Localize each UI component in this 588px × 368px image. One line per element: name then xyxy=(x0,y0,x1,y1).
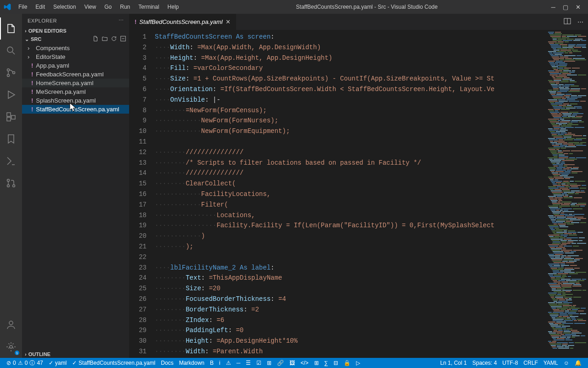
status-encoding[interactable]: UTF-8 xyxy=(500,360,521,366)
activity-git-pr-icon[interactable] xyxy=(0,172,22,194)
status-yaml[interactable]: ✓ yaml xyxy=(46,360,69,366)
svg-rect-6 xyxy=(11,115,15,119)
close-icon[interactable]: ✕ xyxy=(576,4,581,11)
tab-active[interactable]: ! StaffBedCountsScreen.pa.yaml ✕ xyxy=(129,14,237,30)
editor-area: ! StaffBedCountsScreen.pa.yaml ✕ ⋯ 12345… xyxy=(129,14,588,358)
status-db-icon[interactable]: ⊟ xyxy=(331,360,341,366)
status-code-icon[interactable]: </> xyxy=(298,360,311,366)
status-mode[interactable]: YAML xyxy=(541,360,561,366)
status-bar: ⊘0 ⚠0 ⓘ47 ✓ yaml ✓ StaffBedCountsScreen.… xyxy=(0,358,588,368)
maximize-icon[interactable]: ▢ xyxy=(563,4,568,11)
split-editor-icon[interactable] xyxy=(564,17,571,26)
status-markdown[interactable]: Markdown xyxy=(176,360,207,366)
section-outline[interactable]: ›OUTLINE xyxy=(22,351,129,358)
status-file[interactable]: ✓ StaffBedCountsScreen.pa.yaml xyxy=(69,360,158,366)
status-table-icon[interactable]: ⊞ xyxy=(311,360,322,366)
activity-debug-icon[interactable] xyxy=(0,84,22,106)
tree-file[interactable]: !MeScreen.pa.yaml xyxy=(22,87,129,96)
status-italic[interactable]: i xyxy=(216,360,223,366)
svg-point-0 xyxy=(7,47,13,52)
status-cursor[interactable]: Ln 1, Col 1 xyxy=(437,360,469,366)
status-bold[interactable]: B xyxy=(207,360,216,366)
menu-help[interactable]: Help xyxy=(164,2,183,12)
tree-folder[interactable]: ›EditorState xyxy=(22,52,129,61)
status-lock-icon[interactable]: 🔒 xyxy=(341,360,353,366)
tree-file[interactable]: !StaffBedCountsScreen.pa.yaml xyxy=(22,105,129,114)
status-check-icon[interactable]: ☑ xyxy=(254,360,264,366)
activity-bar: 1 xyxy=(0,14,22,358)
tree-folder[interactable]: ›Components xyxy=(22,44,129,52)
status-sep-icon[interactable]: ─ xyxy=(234,360,243,366)
svg-point-7 xyxy=(7,179,10,182)
status-eol[interactable]: CRLF xyxy=(521,360,541,366)
menu-go[interactable]: Go xyxy=(101,2,115,12)
minimize-icon[interactable]: ─ xyxy=(551,4,555,11)
status-problems[interactable]: ⊘0 ⚠0 ⓘ47 xyxy=(4,359,46,367)
new-folder-icon[interactable] xyxy=(102,35,108,43)
status-warning-icon[interactable]: ⚠ xyxy=(223,360,234,366)
activity-powershell-icon[interactable] xyxy=(0,150,22,172)
menu-file[interactable]: File xyxy=(15,2,31,12)
tree-file[interactable]: !SplashScreen.pa.yaml xyxy=(22,96,129,105)
status-feedback-icon[interactable]: ☺ xyxy=(561,360,572,366)
svg-point-11 xyxy=(10,345,12,348)
minimap[interactable] xyxy=(543,30,588,358)
tab-close-icon[interactable]: ✕ xyxy=(226,18,231,25)
window-controls: ─ ▢ ✕ xyxy=(551,4,584,11)
tree-file[interactable]: !HomeScreen.pa.yaml xyxy=(22,79,129,87)
sidebar-more-icon[interactable]: ⋯ xyxy=(119,17,124,23)
menu-run[interactable]: Run xyxy=(116,2,134,12)
title-bar: File Edit Selection View Go Run Terminal… xyxy=(0,0,588,14)
svg-rect-4 xyxy=(7,113,11,116)
refresh-icon[interactable] xyxy=(111,35,117,43)
activity-explorer-icon[interactable] xyxy=(0,17,22,40)
svg-point-2 xyxy=(7,75,10,77)
menu-bar: File Edit Selection View Go Run Terminal… xyxy=(15,2,182,12)
tree-file[interactable]: !FeedbackScreen.pa.yaml xyxy=(22,70,129,79)
file-tree: ›Components›EditorState!App.pa.yaml!Feed… xyxy=(22,44,129,351)
activity-source-control-icon[interactable] xyxy=(0,62,22,84)
editor[interactable]: 1234567891011121314151617181920212223242… xyxy=(129,30,588,358)
svg-rect-5 xyxy=(7,117,11,121)
collapse-icon[interactable] xyxy=(120,35,126,43)
status-docs[interactable]: Docs xyxy=(158,360,176,366)
code[interactable]: StaffBedCountsScreen As screen:····Width… xyxy=(155,30,543,358)
activity-extensions-icon[interactable] xyxy=(0,106,22,128)
gutter: 1234567891011121314151617181920212223242… xyxy=(129,30,155,358)
yaml-file-icon: ! xyxy=(135,18,136,25)
status-bell-icon[interactable]: 🔔 xyxy=(572,360,584,366)
svg-point-10 xyxy=(9,321,13,325)
activity-search-icon[interactable] xyxy=(0,40,22,62)
sidebar: EXPLORER ⋯ ›OPEN EDITORS ⌄SRC ›Component… xyxy=(22,14,129,358)
activity-bookmark-icon[interactable] xyxy=(0,128,22,150)
menu-edit[interactable]: Edit xyxy=(32,2,49,12)
settings-badge: 1 xyxy=(15,351,19,355)
menu-view[interactable]: View xyxy=(80,2,100,12)
menu-terminal[interactable]: Terminal xyxy=(135,2,163,12)
window-title: StaffBedCountsScreen.pa.yaml - Src - Vis… xyxy=(182,4,551,10)
vscode-logo xyxy=(4,3,11,11)
section-root[interactable]: ⌄SRC xyxy=(22,34,129,44)
status-list-icon[interactable]: ☰ xyxy=(243,360,254,366)
activity-settings-icon[interactable]: 1 xyxy=(0,336,22,358)
menu-selection[interactable]: Selection xyxy=(50,2,79,12)
status-link-icon[interactable]: 🔗 xyxy=(274,360,287,366)
tree-file[interactable]: !App.pa.yaml xyxy=(22,61,129,70)
activity-account-icon[interactable] xyxy=(0,314,22,336)
tabs: ! StaffBedCountsScreen.pa.yaml ✕ ⋯ xyxy=(129,14,588,30)
svg-point-1 xyxy=(7,69,10,71)
section-open-editors[interactable]: ›OPEN EDITORS xyxy=(22,27,129,34)
status-play-icon[interactable]: ▷ xyxy=(353,360,363,366)
status-spaces[interactable]: Spaces: 4 xyxy=(469,360,499,366)
status-formula-icon[interactable]: ∑ xyxy=(322,360,331,366)
tab-label: StaffBedCountsScreen.pa.yaml xyxy=(139,18,222,25)
status-plus-icon[interactable]: ⊞ xyxy=(264,360,274,366)
sidebar-title: EXPLORER ⋯ xyxy=(22,14,129,27)
new-file-icon[interactable] xyxy=(92,35,99,43)
status-image-icon[interactable]: 🖼 xyxy=(287,360,298,366)
svg-point-9 xyxy=(13,185,15,187)
tab-more-icon[interactable]: ⋯ xyxy=(577,18,583,25)
svg-point-8 xyxy=(7,185,10,187)
